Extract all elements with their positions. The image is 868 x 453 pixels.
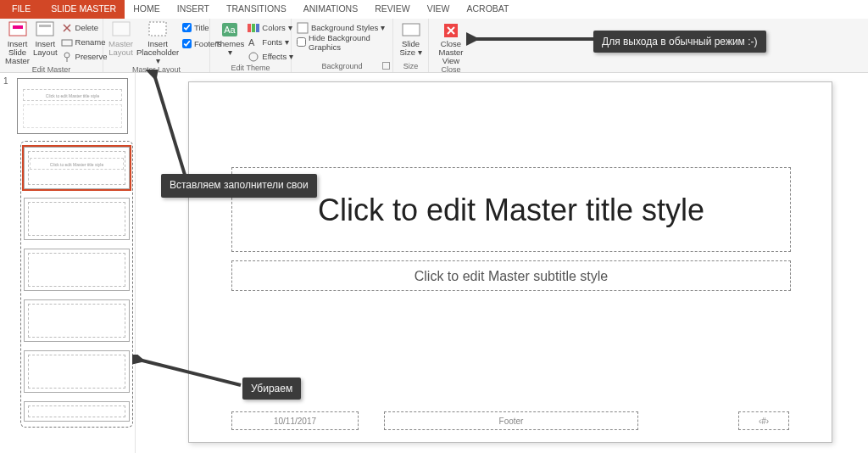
group-label: Background [297, 62, 387, 70]
arrow-icon [466, 32, 593, 49]
svg-rect-16 [298, 23, 308, 33]
delete-icon [61, 22, 73, 34]
layout-thumbnail[interactable] [24, 198, 130, 240]
master-thumbnail[interactable]: Click to edit Master title style [17, 78, 128, 134]
close-master-view-button[interactable]: Close Master View [434, 20, 468, 65]
themes-icon: Aa [220, 20, 240, 39]
svg-rect-2 [36, 22, 53, 36]
svg-rect-7 [113, 22, 130, 36]
svg-point-5 [64, 53, 70, 58]
svg-line-21 [139, 360, 241, 385]
svg-rect-13 [256, 24, 259, 32]
svg-rect-8 [149, 22, 166, 36]
slide-number-placeholder[interactable]: ‹#› [738, 411, 789, 430]
layout-thumbnail[interactable] [24, 299, 130, 342]
ribbon-tabs: FILE SLIDE MASTER HOME INSERT TRANSITION… [0, 0, 868, 19]
delete-button[interactable]: Delete [61, 20, 108, 35]
annotation-insert: Вставляем заполнители свои [161, 174, 317, 198]
preserve-button[interactable]: Preserve [61, 49, 108, 64]
insert-layout-button[interactable]: Insert Layout [33, 20, 58, 57]
subtitle-placeholder[interactable]: Click to edit Master subtitle style [231, 260, 791, 291]
footer-placeholder[interactable]: Footer [384, 411, 638, 430]
svg-text:Aa: Aa [224, 25, 236, 35]
group-label: Edit Theme [215, 64, 286, 72]
close-icon [441, 20, 461, 39]
hide-bg-checkbox[interactable]: Hide Background Graphics [297, 35, 387, 49]
group-edit-master: Insert Slide Master Insert Layout Delete… [0, 19, 103, 72]
bg-styles-icon [297, 22, 309, 34]
arrow-icon [144, 70, 195, 180]
tab-slide-master[interactable]: SLIDE MASTER [42, 0, 125, 19]
layout-thumbnail[interactable]: Click to edit Master title style [24, 147, 130, 189]
tab-acrobat[interactable]: ACROBAT [458, 0, 517, 19]
svg-rect-11 [248, 24, 251, 32]
insert-placeholder-button[interactable]: Insert Placeholder ▾ [136, 20, 179, 65]
effects-icon [248, 51, 259, 63]
svg-rect-17 [403, 24, 420, 36]
layouts-container: Click to edit Master title style [20, 141, 133, 428]
tab-transitions[interactable]: TRANSITIONS [218, 0, 295, 19]
svg-point-15 [249, 53, 258, 61]
group-background: Background Styles ▾ Hide Background Grap… [292, 19, 393, 72]
placeholder-icon [147, 20, 168, 39]
fonts-button[interactable]: AFonts ▾ [248, 35, 293, 49]
annotation-close: Для выхода в обычный режим :-) [593, 31, 766, 53]
group-label: Size [398, 62, 423, 70]
svg-rect-12 [252, 24, 255, 32]
group-edit-theme: Aa Themes ▾ Colors ▾ AFonts ▾ Effects ▾ … [210, 19, 292, 72]
effects-button[interactable]: Effects ▾ [248, 49, 293, 64]
colors-icon [248, 22, 259, 34]
rename-button[interactable]: Rename [61, 35, 108, 49]
tab-view[interactable]: VIEW [419, 0, 459, 19]
layout-thumbnail[interactable] [24, 350, 130, 393]
pin-icon [61, 51, 73, 63]
master-layout-button[interactable]: Master Layout [108, 20, 133, 57]
workspace: 1 Click to edit Master title style Click… [0, 73, 868, 453]
tab-file[interactable]: FILE [0, 0, 42, 19]
dialog-launcher-icon[interactable] [382, 62, 390, 70]
group-size: Slide Size ▾ Size [393, 19, 429, 72]
fonts-icon: A [248, 36, 259, 48]
annotation-remove: Убираем [242, 378, 301, 400]
colors-button[interactable]: Colors ▾ [248, 20, 293, 35]
svg-line-20 [154, 75, 185, 175]
master-layout-icon [111, 20, 131, 39]
tab-home[interactable]: HOME [125, 0, 169, 19]
slide-number: 1 [3, 76, 8, 86]
rename-icon [61, 36, 73, 48]
slide-size-button[interactable]: Slide Size ▾ [398, 20, 423, 57]
date-placeholder[interactable]: 10/11/2017 [231, 411, 359, 430]
insert-slide-master-button[interactable]: Insert Slide Master [5, 20, 30, 65]
group-master-layout: Master Layout Insert Placeholder ▾ Title… [103, 19, 210, 72]
layout-thumbnail[interactable] [24, 401, 130, 422]
slide-icon [8, 20, 28, 39]
layout-icon [35, 20, 55, 39]
svg-rect-1 [13, 25, 23, 29]
thumbnail-panel[interactable]: 1 Click to edit Master title style Click… [0, 73, 136, 453]
svg-rect-4 [62, 40, 72, 46]
tab-review[interactable]: REVIEW [366, 0, 418, 19]
arrow-icon [132, 355, 242, 394]
svg-rect-3 [39, 25, 51, 27]
tab-insert[interactable]: INSERT [169, 0, 218, 19]
slide-size-icon [401, 20, 421, 39]
svg-text:A: A [248, 37, 255, 48]
tab-animations[interactable]: ANIMATIONS [295, 0, 367, 19]
layout-thumbnail[interactable] [24, 249, 130, 291]
themes-button[interactable]: Aa Themes ▾ [215, 20, 244, 57]
